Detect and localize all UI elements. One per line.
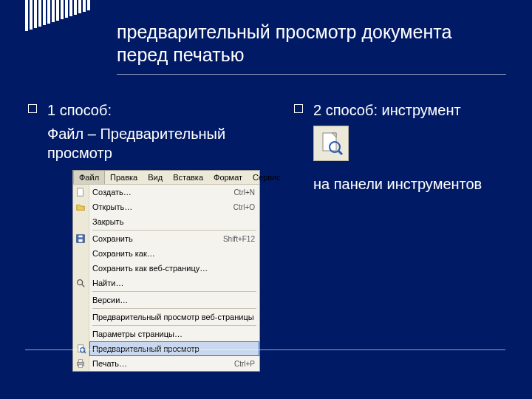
menu-item[interactable]: Параметры страницы…: [89, 327, 259, 341]
menu-item-label: Найти…: [92, 279, 255, 287]
svg-rect-3: [78, 239, 82, 242]
svg-point-5: [78, 280, 83, 285]
menu-item-label: Закрыть: [92, 217, 255, 226]
blank-icon: [75, 328, 86, 340]
menu-separator: [92, 325, 256, 326]
bullet-box-icon: [28, 104, 37, 113]
svg-rect-12: [78, 365, 82, 368]
right-line2: на панели инструментов: [313, 174, 501, 194]
menubar-item-tools[interactable]: Сервис: [248, 171, 286, 184]
print-icon: [75, 358, 86, 369]
corner-bars: [25, 0, 90, 31]
print-preview-toolbar-icon[interactable]: [313, 126, 349, 161]
menu-item-label: Параметры страницы…: [92, 330, 255, 338]
menu-item[interactable]: Сохранить как веб-страницу…: [89, 261, 259, 276]
blank-icon: [75, 262, 86, 274]
menu-item-shortcut: Ctrl+P: [234, 360, 255, 368]
menu-item[interactable]: Создать…Ctrl+N: [89, 185, 259, 200]
menu-item[interactable]: Закрыть: [89, 214, 259, 229]
menubar-item-format[interactable]: Формат: [208, 171, 248, 184]
blank-icon: [75, 311, 86, 323]
menubar-item-file[interactable]: Файл: [73, 171, 105, 184]
blank-icon: [75, 216, 86, 228]
slide-title: предварительный просмотр документа перед…: [117, 21, 494, 67]
menu-item-label: Создать…: [92, 188, 233, 197]
blank-icon: [75, 248, 86, 259]
menu-item-label: Сохранить как…: [92, 249, 255, 258]
left-bullet-text: 1 способ:: [47, 100, 112, 120]
footer-rule: [25, 349, 505, 350]
slide-title-block: предварительный просмотр документа перед…: [117, 21, 494, 67]
menu-item-label: Печать…: [92, 359, 234, 368]
menu-item-shortcut: Ctrl+O: [233, 203, 255, 211]
file-menu-screenshot: Файл Правка Вид Вставка Формат Сервис Со…: [72, 170, 260, 372]
find-icon: [75, 277, 86, 289]
menu-items: Создать…Ctrl+NОткрыть…Ctrl+OЗакрытьСохра…: [89, 185, 259, 371]
menu-item-label: Предварительный просмотр веб-страницы: [92, 313, 255, 321]
menu-item-label: Сохранить: [92, 234, 223, 243]
left-column: 1 способ: Файл – Предварительный просмот…: [28, 100, 272, 372]
menu-separator: [92, 230, 256, 231]
menubar: Файл Правка Вид Вставка Формат Сервис: [73, 171, 259, 185]
right-bullet-row: 2 способ: инструмент: [294, 100, 501, 120]
menu-item-label: Предварительный просмотр: [92, 344, 255, 353]
new-icon: [75, 186, 86, 198]
menu-body: Создать…Ctrl+NОткрыть…Ctrl+OЗакрытьСохра…: [73, 185, 259, 371]
svg-rect-0: [78, 188, 83, 197]
menu-separator: [92, 291, 256, 292]
menu-item[interactable]: Сохранить как…: [89, 246, 259, 261]
menu-item-shortcut: Ctrl+N: [233, 188, 255, 197]
menu-item[interactable]: Открыть…Ctrl+O: [89, 200, 259, 214]
right-bullet-text: 2 способ: инструмент: [313, 100, 461, 120]
svg-line-16: [338, 151, 342, 154]
menu-item[interactable]: Предварительный просмотр веб-страницы: [89, 310, 259, 324]
preview-icon: [75, 343, 87, 355]
menu-item[interactable]: СохранитьShift+F12: [89, 231, 259, 246]
left-bullet-row: 1 способ:: [28, 100, 272, 120]
menu-item-label: Сохранить как веб-страницу…: [92, 264, 255, 273]
svg-rect-11: [78, 360, 82, 363]
title-underline: [117, 74, 506, 75]
left-line2: Файл – Предварительный просмотр: [47, 124, 272, 163]
svg-rect-4: [78, 236, 82, 238]
preview-icon: [318, 131, 344, 156]
menu-item[interactable]: Найти…: [89, 276, 259, 290]
blank-icon: [75, 294, 86, 306]
menubar-item-edit[interactable]: Правка: [105, 171, 143, 184]
right-column: 2 способ: инструмент на панели инструмен…: [294, 100, 501, 372]
menubar-item-view[interactable]: Вид: [143, 171, 168, 184]
content-columns: 1 способ: Файл – Предварительный просмот…: [28, 100, 501, 372]
menubar-item-insert[interactable]: Вставка: [168, 171, 208, 184]
bullet-box-icon: [294, 104, 303, 113]
svg-line-9: [84, 352, 86, 353]
menu-separator: [92, 308, 256, 309]
menu-item-label: Версии…: [92, 296, 255, 304]
open-icon: [75, 201, 86, 213]
menu-item[interactable]: Версии…: [89, 293, 259, 307]
menu-item-label: Открыть…: [92, 202, 233, 211]
menu-item[interactable]: Предварительный просмотр: [89, 341, 259, 356]
menu-item[interactable]: Печать…Ctrl+P: [89, 356, 259, 371]
svg-line-6: [82, 284, 85, 287]
save-icon: [75, 233, 86, 245]
menu-item-shortcut: Shift+F12: [223, 235, 255, 243]
